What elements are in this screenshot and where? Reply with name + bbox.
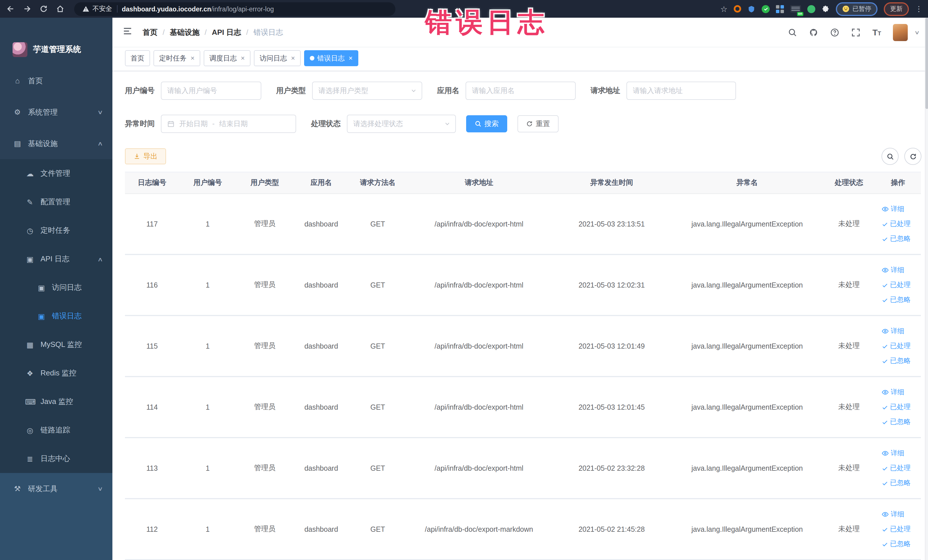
user-id-input[interactable] [161, 82, 261, 100]
action-eye-link[interactable]: 详细 [882, 510, 904, 519]
action-check-link[interactable]: 已处理 [882, 524, 911, 534]
exception-time-range-picker[interactable]: 开始日期 - 结束日期 [161, 115, 296, 133]
help-icon[interactable] [830, 27, 839, 37]
close-icon[interactable]: × [191, 55, 195, 63]
sidebar-item-accesslog[interactable]: ▣访问日志 [0, 273, 112, 302]
breadcrumb-item[interactable]: 基础设施 [170, 27, 199, 37]
sidebar-item-file[interactable]: ☁文件管理 [0, 159, 112, 188]
browser-reload-icon[interactable] [39, 4, 48, 14]
sidebar-item-cron[interactable]: ◷定时任务 [0, 216, 112, 245]
github-icon[interactable] [809, 27, 818, 37]
view-tab[interactable]: 错误日志× [304, 50, 358, 67]
toggle-search-button[interactable] [882, 148, 899, 165]
action-check-link[interactable]: 已处理 [882, 341, 911, 351]
action-check-link[interactable]: 已忽略 [882, 539, 911, 549]
user-type-select[interactable]: 请选择用户类型 [312, 82, 422, 100]
close-icon[interactable]: × [349, 55, 353, 63]
action-eye-link[interactable]: 详细 [882, 449, 904, 458]
sidebar-item-infra[interactable]: ▤基础设施∧ [0, 128, 112, 159]
address-bar[interactable]: 不安全 dashboard.yudao.iocoder.cn/infra/log… [74, 2, 395, 16]
browser-menu-icon[interactable]: ⋮ [915, 5, 923, 13]
browser-home-icon[interactable] [55, 4, 64, 14]
close-icon[interactable]: × [291, 55, 295, 63]
security-warning[interactable]: 不安全 [82, 5, 112, 13]
process-status-select[interactable]: 请选择处理状态 [347, 115, 456, 133]
sidebar-item-config[interactable]: ✎配置管理 [0, 188, 112, 216]
refresh-table-button[interactable] [904, 148, 922, 165]
check-icon [882, 404, 888, 410]
sidebar: 芋道管理系统 ⌂首页⚙系统管理∨▤基础设施∧☁文件管理✎配置管理◷定时任务▣AP… [0, 18, 112, 560]
app-name-input[interactable] [466, 82, 576, 100]
sidebar-item-redis[interactable]: ❖Redis 监控 [0, 359, 112, 388]
ext-orange-icon[interactable] [734, 5, 741, 12]
ext-list-icon[interactable]: on [790, 5, 801, 12]
search-button[interactable]: 搜索 [466, 115, 507, 132]
request-url-input[interactable] [626, 82, 736, 100]
action-check-link[interactable]: 已忽略 [882, 417, 911, 427]
breadcrumb-item[interactable]: 首页 [143, 27, 157, 37]
sidebar-item-tools[interactable]: ⚒研发工具∨ [0, 473, 112, 504]
view-tab[interactable]: 访问日志× [254, 50, 301, 67]
paused-profile-badge[interactable]: 已暂停 [836, 2, 878, 16]
app-logo[interactable]: 芋道管理系统 [0, 18, 112, 59]
sidebar-item-label: 错误日志 [52, 311, 82, 321]
sidebar-item-mysql[interactable]: ▦MySQL 监控 [0, 330, 112, 359]
action-check-link[interactable]: 已忽略 [882, 234, 911, 244]
sidebar-item-gear[interactable]: ⚙系统管理∨ [0, 96, 112, 128]
view-tab[interactable]: 首页 [125, 50, 150, 67]
sidebar-item-apilog[interactable]: ▣API 日志∧ [0, 245, 112, 273]
action-check-link[interactable]: 已忽略 [882, 295, 911, 305]
ext-shield-icon[interactable] [748, 5, 756, 13]
gear-icon: ⚙ [12, 108, 22, 116]
sidebar-item-label: 访问日志 [52, 282, 82, 293]
action-eye-link[interactable]: 详细 [882, 204, 904, 214]
action-eye-link[interactable]: 详细 [882, 388, 904, 397]
sidebar-item-errorlog[interactable]: ▣错误日志 [0, 302, 112, 330]
sidebar-item-trace[interactable]: ◎链路追踪 [0, 416, 112, 444]
action-check-link[interactable]: 已处理 [882, 402, 911, 412]
page-scrollbar[interactable] [925, 18, 928, 560]
search-icon[interactable] [788, 27, 797, 37]
action-check-link[interactable]: 已忽略 [882, 478, 911, 488]
breadcrumb-item[interactable]: API 日志 [212, 27, 241, 37]
browser-forward-icon[interactable] [22, 4, 31, 14]
ext-check-icon[interactable] [762, 5, 770, 13]
tab-label: 首页 [131, 53, 144, 63]
eye-icon [882, 328, 889, 335]
action-eye-link[interactable]: 详细 [882, 327, 904, 336]
check-icon [882, 357, 888, 364]
ext-leaf-icon[interactable] [807, 5, 815, 13]
ext-grid-icon[interactable] [776, 5, 784, 13]
sidebar-item-label: 基础设施 [28, 138, 58, 149]
export-button[interactable]: 导出 [125, 148, 166, 164]
action-eye-link[interactable]: 详细 [882, 265, 904, 275]
action-label: 已忽略 [890, 478, 911, 488]
avatar-caret-icon[interactable]: ∨ [914, 29, 920, 35]
user-type-cell: 管理员 [236, 438, 293, 499]
close-icon[interactable]: × [241, 55, 245, 63]
action-label: 已忽略 [890, 295, 911, 305]
font-size-icon[interactable]: TT [872, 28, 881, 37]
view-tab[interactable]: 定时任务× [154, 50, 200, 67]
log-id-cell: 116 [125, 255, 179, 316]
sidebar-item-home[interactable]: ⌂首页 [0, 65, 112, 96]
action-label: 已忽略 [890, 356, 911, 366]
browser-back-icon[interactable] [6, 4, 15, 14]
eye-icon [882, 511, 889, 518]
fullscreen-icon[interactable] [851, 27, 860, 37]
bookmark-star-icon[interactable]: ☆ [720, 4, 728, 14]
user-id-cell: 1 [179, 316, 236, 377]
action-check-link[interactable]: 已处理 [882, 463, 911, 473]
reset-button[interactable]: 重置 [517, 115, 559, 132]
action-label: 已忽略 [890, 417, 911, 427]
view-tab[interactable]: 调度日志× [204, 50, 250, 67]
sidebar-item-logcenter[interactable]: ≣日志中心 [0, 444, 112, 473]
action-check-link[interactable]: 已忽略 [882, 356, 911, 366]
update-button[interactable]: 更新 [884, 2, 909, 16]
sidebar-item-java[interactable]: ⌨Java 监控 [0, 388, 112, 416]
hamburger-icon[interactable] [123, 26, 132, 38]
extensions-puzzle-icon[interactable] [821, 5, 830, 13]
action-check-link[interactable]: 已处理 [882, 280, 911, 290]
action-check-link[interactable]: 已处理 [882, 219, 911, 229]
user-avatar[interactable] [893, 24, 908, 41]
